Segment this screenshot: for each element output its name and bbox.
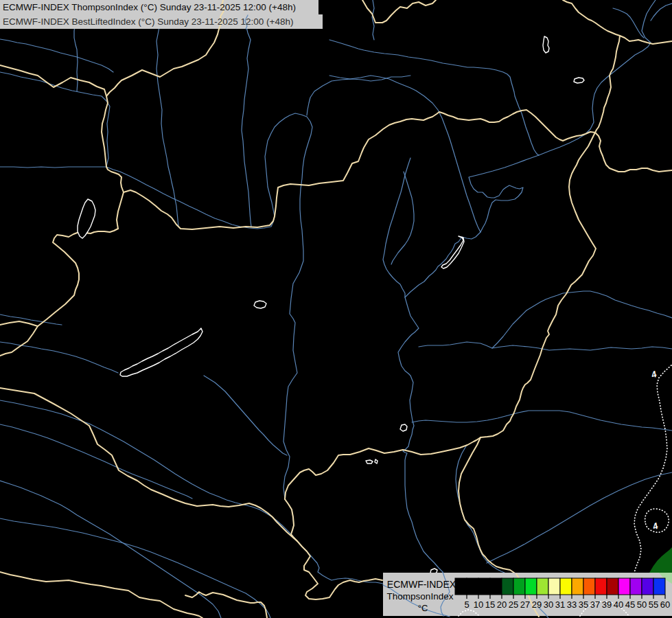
colorbar-segment [478,578,490,595]
colorbar-tick-label: 15 [485,599,495,610]
colorbar-tick-label: 29 [532,599,542,610]
lake-small [375,459,378,464]
colorbar-segment [455,578,467,595]
colorbar-segment [583,578,595,595]
colorbar-tick-label: 20 [497,599,507,610]
colorbar-segment [537,578,548,595]
weather-map: 4 4 51015202527293031333537394045505560 … [0,0,672,618]
colorbar-tick-label: 35 [579,599,588,610]
legend-unit: °C [418,603,428,613]
lake-small [366,460,373,464]
colorbar-tick-label: 40 [614,599,623,610]
colorbar-segment [513,578,525,595]
legend-panel: 51015202527293031333537394045505560 ECMW… [383,572,672,618]
colorbar-tick-label: 31 [555,599,565,610]
colorbar-segment [548,578,560,595]
colorbar-segment [572,578,583,595]
colorbar-segment [560,578,572,595]
map-background [0,0,672,618]
colorbar-segment [630,578,642,595]
colorbar-segment [653,578,665,595]
legend-heading: ECMWF-INDEX [387,579,456,590]
colorbar-tick-label: 37 [590,599,600,610]
colorbar-tick-label: 60 [660,599,670,610]
legend-subheading: ThompsonIndex [387,591,454,602]
colorbar-tick-label: 39 [602,599,612,610]
colorbar-segment [467,578,478,595]
colorbar-tick-label: 50 [637,599,647,610]
colorbar-tick-label: 55 [649,599,658,610]
title-line2: ECMWF-INDEX BestLiftedIndex (°C) Sunday … [3,16,293,27]
colorbar-segment [642,578,653,595]
title-bar: ECMWF-INDEX ThompsonIndex (°C) Sunday 23… [0,0,323,29]
colorbar-segment [525,578,537,595]
title-line1: ECMWF-INDEX ThompsonIndex (°C) Sunday 23… [3,2,296,12]
colorbar-segment [607,578,618,595]
lake-small [574,78,584,83]
colorbar-tick-label: 5 [464,599,469,610]
colorbar-tick-label: 45 [625,599,635,610]
colorbar-segment [595,578,607,595]
colorbar: 51015202527293031333537394045505560 [455,578,670,610]
colorbar-tick-label: 25 [509,599,518,610]
colorbar-tick-label: 10 [474,599,483,610]
colorbar-tick-label: 27 [520,599,530,610]
colorbar-segment [502,578,513,595]
colorbar-segment [490,578,502,595]
colorbar-tick-label: 33 [567,599,577,610]
colorbar-segment [618,578,630,595]
lake-small [400,424,407,431]
colorbar-tick-label: 30 [544,599,553,610]
lake-velence [254,301,266,308]
